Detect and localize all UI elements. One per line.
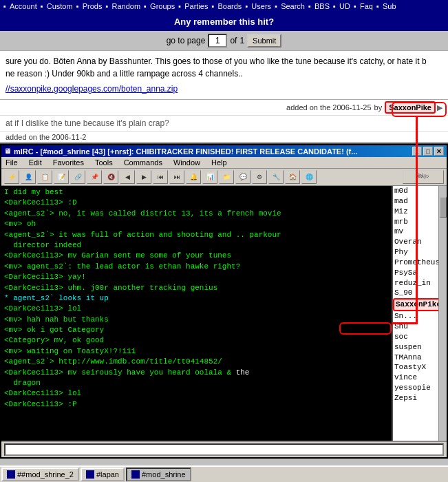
- content-link[interactable]: //saxxonpike.googlepages.com/boten_anna.…: [6, 84, 178, 94]
- nav-item-users[interactable]: Users: [251, 2, 271, 10]
- toolbar-btn-17[interactable]: 🔧: [268, 170, 284, 184]
- toolbar-btn-9[interactable]: ▶: [136, 170, 151, 184]
- taskbar-icon: [7, 470, 15, 479]
- chat-line: <DarkCecil13> lol: [4, 388, 389, 399]
- mirc-menubar: File Edit Favorites Tools Commands Windo…: [1, 157, 447, 169]
- toolbar-btn-1[interactable]: ⚡: [4, 170, 19, 184]
- added-on-text: added on the 2006-11-25: [286, 103, 372, 112]
- menu-commands[interactable]: Commands: [121, 158, 165, 167]
- nav-separator: ▪: [275, 2, 279, 10]
- nav-separator: ▪: [333, 2, 338, 10]
- chat-line: <mv> agent_s2`: the lead actor is ethan …: [4, 262, 389, 272]
- taskbar: ##mod_shrine_2 #lapan #mod_shrine: [0, 465, 448, 482]
- toolbar-btn-16[interactable]: ⚙: [252, 170, 267, 184]
- toolbar-btn-19[interactable]: 🌐: [301, 170, 317, 184]
- chat-line: <DarkCecil13> mv Garian sent me some of …: [4, 251, 389, 261]
- chat-line: <mv> ok i got Category: [4, 325, 389, 335]
- mirc-input-area: [1, 441, 447, 457]
- nav-item-bbs[interactable]: BBS: [314, 2, 330, 10]
- menu-tools[interactable]: Tools: [92, 158, 116, 167]
- scrollbar-thumb[interactable]: [440, 197, 447, 218]
- mirc-window: 🖥 mlRC - [#mod_shrine [43] [+nrst]: CHIB…: [0, 144, 448, 459]
- chat-input[interactable]: [4, 443, 444, 456]
- userlist-scrollbar[interactable]: [438, 186, 447, 441]
- menu-file[interactable]: File: [3, 158, 21, 167]
- submit-button[interactable]: Submit: [247, 34, 281, 48]
- chat-line: dragon: [4, 378, 389, 388]
- nav-separator: ▪: [376, 2, 381, 10]
- maximize-button[interactable]: □: [423, 147, 433, 156]
- chat-line: <DarkCecil13> :P: [4, 399, 389, 410]
- chat-line: director indeed: [4, 240, 389, 251]
- toolbar-btn-14[interactable]: 📁: [219, 170, 234, 184]
- toolbar-btn-8[interactable]: ◀: [120, 170, 135, 184]
- chat-line: <Category> mv, ok good: [4, 335, 389, 346]
- top-navigation: ▪ Account ▪ Custom ▪ Prods ▪ Random ▪ Gr…: [0, 0, 448, 12]
- toolbar-flags[interactable]: 🏁🏳: [403, 170, 444, 184]
- nav-separator: ▪: [41, 2, 45, 10]
- mirc-window-controls: _ □ ✕: [412, 147, 444, 156]
- toolbar-btn-12[interactable]: 🔔: [186, 170, 201, 184]
- nav-separator: ▪: [308, 2, 313, 10]
- mirc-main-area: I did my best <DarkCecil13> :D <agent_s2…: [1, 186, 447, 441]
- toolbar-btn-2[interactable]: 👤: [21, 170, 36, 184]
- mirc-userlist: m0d mad Miz mrb mv Overan Phy Prometheus…: [392, 186, 447, 441]
- toolbar-btn-7[interactable]: 🔇: [103, 170, 118, 184]
- toolbar-btn-11[interactable]: ⏭: [169, 170, 184, 184]
- menu-help[interactable]: Help: [209, 158, 230, 167]
- nav-item-ud[interactable]: UD: [339, 2, 350, 10]
- nav-separator: ▪: [144, 2, 149, 10]
- taskbar-btn-lapan[interactable]: #lapan: [81, 468, 125, 481]
- toolbar-btn-6[interactable]: 📌: [87, 170, 102, 184]
- pagination-of: of: [230, 36, 237, 45]
- menu-edit[interactable]: Edit: [26, 158, 45, 167]
- chat-line: <DarkCecil13> mv seirously have you hear…: [4, 368, 389, 378]
- toolbar-btn-13[interactable]: 📊: [202, 170, 217, 184]
- chat-line: <DarkCecil13> yay!: [4, 272, 389, 282]
- nav-item-account[interactable]: Account: [10, 2, 37, 10]
- content-area: sure you do. Böten Anna by Basshunter. T…: [0, 51, 448, 100]
- toolbar-btn-3[interactable]: 📋: [37, 170, 52, 184]
- pagination-label: go to page: [167, 36, 206, 45]
- mirc-toolbar: ⚡ 👤 📋 📝 🔗 📌 🔇 ◀ ▶ ⏮ ⏭ 🔔 📊 📁 💬 ⚙ 🔧 🏠 🌐 🏁🏳: [1, 169, 447, 186]
- username-highlight[interactable]: SaxxonPike: [385, 101, 436, 114]
- menu-window[interactable]: Window: [171, 158, 203, 167]
- nav-arrow: ▶: [437, 103, 442, 112]
- mirc-title-text: mlRC - [#mod_shrine [43] [+nrst]: CHIBIT…: [14, 147, 357, 156]
- chat-line: <DarkCecil13> uhm. j00r another tracking…: [4, 283, 389, 293]
- nav-separator: ▪: [178, 2, 183, 10]
- question-row: at if I dislike the tune because it's pl…: [0, 116, 448, 132]
- minimize-button[interactable]: _: [412, 147, 422, 156]
- menu-favorites[interactable]: Favorites: [50, 158, 87, 167]
- chat-line: <mv> waiting on ToastyX!?!111: [4, 346, 389, 357]
- nav-bullet: ▪: [3, 2, 6, 10]
- close-button[interactable]: ✕: [434, 147, 444, 156]
- nav-item-parties[interactable]: Parties: [184, 2, 208, 10]
- page-number-input[interactable]: [208, 34, 227, 48]
- content-text-1: sure you do. Böten Anna by Basshunter. T…: [6, 55, 442, 67]
- toolbar-btn-4[interactable]: 📝: [54, 170, 69, 184]
- nav-item-prods[interactable]: Prods: [83, 2, 103, 10]
- nav-item-custom[interactable]: Custom: [47, 2, 73, 10]
- taskbar-btn-mod-shrine-2[interactable]: ##mod_shrine_2: [1, 468, 79, 481]
- added-by-label: by: [374, 103, 383, 112]
- toolbar-btn-15[interactable]: 💬: [235, 170, 250, 184]
- toolbar-btn-18[interactable]: 🏠: [285, 170, 300, 184]
- chat-line: <mv> hah nah but thanks: [4, 315, 389, 325]
- chat-line: <DarkCecil13> lol: [4, 304, 389, 314]
- nav-item-groups[interactable]: Groups: [150, 2, 175, 10]
- taskbar-btn-mod-shrine[interactable]: #mod_shrine: [126, 468, 191, 481]
- toolbar-btn-10[interactable]: ⏮: [153, 170, 168, 184]
- taskbar-icon: [86, 470, 94, 479]
- nav-item-boards[interactable]: Boards: [217, 2, 242, 10]
- chat-line: <agent_s2`> no, it was called district 1…: [4, 209, 389, 219]
- pagination-bar: go to page of 1 Submit: [0, 31, 448, 51]
- toolbar-btn-5[interactable]: 🔗: [70, 170, 85, 184]
- nav-separator: ▪: [354, 2, 359, 10]
- nav-item-faq[interactable]: Faq: [360, 2, 373, 10]
- nav-separator: ▪: [245, 2, 250, 10]
- chat-line: I did my best: [4, 187, 389, 198]
- nav-item-sub[interactable]: Sub: [383, 2, 396, 10]
- nav-item-random[interactable]: Random: [111, 2, 140, 10]
- nav-item-search[interactable]: Search: [281, 2, 305, 10]
